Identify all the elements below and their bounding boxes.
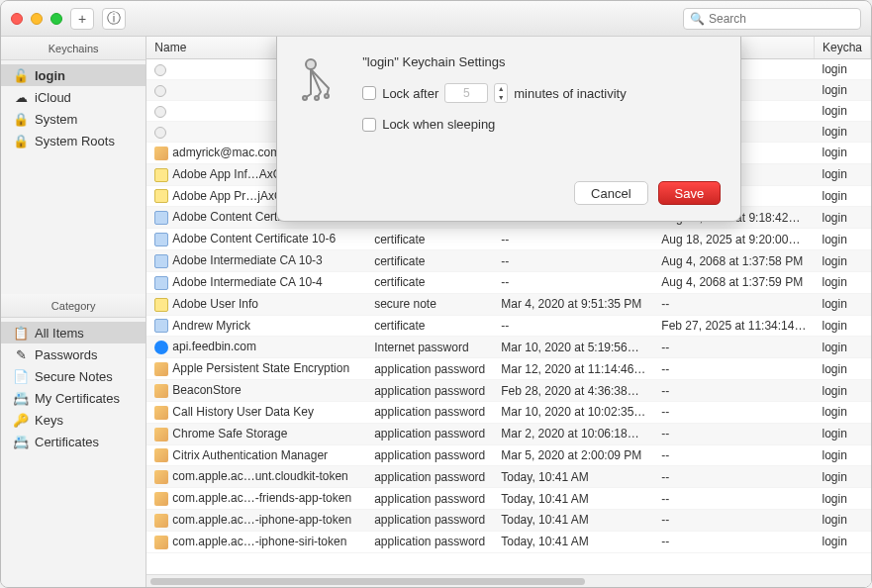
save-button[interactable]: Save	[658, 181, 722, 205]
cell-modified: Today, 10:41 AM	[493, 466, 653, 488]
cell-modified: Today, 10:41 AM	[493, 531, 653, 552]
cell-kind: application password	[366, 488, 493, 510]
sidebar-category-item[interactable]: 📇Certificates	[1, 431, 145, 452]
minutes-of-inactivity-label: minutes of inactivity	[514, 86, 626, 101]
cell-keychain: login	[814, 315, 870, 337]
sidebar-category-item[interactable]: 📄Secure Notes	[1, 365, 145, 387]
row-kind-icon	[154, 106, 166, 118]
lock-after-checkbox[interactable]	[362, 86, 376, 100]
cell-expires: --	[653, 337, 814, 358]
table-row[interactable]: com.apple.ac…-iphone-app-tokenapplicatio…	[146, 510, 870, 532]
cell-keychain: login	[814, 229, 870, 250]
cell-keychain: login	[814, 59, 870, 80]
cancel-button[interactable]: Cancel	[574, 181, 647, 205]
sidebar-keychain-item[interactable]: 🔓login	[1, 64, 145, 86]
row-kind-icon	[154, 64, 166, 76]
table-row[interactable]: Andrew Myrickcertificate--Feb 27, 2025 a…	[146, 315, 870, 337]
lock-icon: 🔒	[13, 111, 29, 127]
key-icon: 🔑	[13, 412, 29, 428]
search-input[interactable]	[709, 12, 854, 26]
svg-point-3	[325, 94, 329, 98]
cell-kind: application password	[366, 401, 493, 423]
table-row[interactable]: api.feedbin.comInternet passwordMar 10, …	[146, 337, 870, 358]
sidebar-item-label: Passwords	[35, 347, 98, 362]
cell-expires: --	[653, 358, 814, 380]
row-kind-icon	[154, 127, 166, 139]
chevron-down-icon[interactable]: ▼	[495, 93, 507, 102]
table-row[interactable]: com.apple.ac…-iphone-siri-tokenapplicati…	[146, 531, 870, 552]
table-row[interactable]: Call History User Data Keyapplication pa…	[146, 401, 870, 423]
cell-kind: application password	[366, 444, 493, 466]
lock-when-sleeping-label: Lock when sleeping	[382, 117, 495, 132]
table-row[interactable]: Chrome Safe Storageapplication passwordM…	[146, 423, 870, 444]
sidebar-item-label: System Roots	[35, 134, 115, 148]
minutes-stepper[interactable]: ▲ ▼	[494, 83, 508, 103]
cell-modified: Mar 12, 2020 at 11:14:46…	[493, 358, 653, 380]
cert-icon: 📇	[13, 390, 29, 406]
cell-name: Andrew Myrick	[172, 319, 250, 333]
add-button[interactable]: +	[70, 8, 94, 30]
table-row[interactable]: Adobe Intermediate CA 10-4certificate--A…	[146, 271, 870, 293]
table-row[interactable]: Adobe Content Certificate 10-6certificat…	[146, 229, 870, 250]
column-keychain[interactable]: Keycha	[814, 37, 870, 59]
row-kind-icon	[154, 211, 168, 225]
horizontal-scrollbar[interactable]	[146, 574, 871, 587]
cell-expires: Aug 4, 2068 at 1:37:59 PM	[653, 271, 814, 293]
sidebar-item-label: System	[35, 112, 77, 127]
minimize-window-button[interactable]	[31, 13, 43, 25]
sidebar-category-item[interactable]: ✎Passwords	[1, 343, 145, 365]
cell-expires: --	[653, 531, 814, 552]
cell-name: com.apple.ac…-friends-app-token	[172, 491, 351, 505]
cell-kind: certificate	[366, 250, 493, 272]
cell-modified: Mar 4, 2020 at 9:51:35 PM	[493, 293, 653, 315]
sidebar-category-item[interactable]: 🔑Keys	[1, 409, 145, 431]
cell-name: Chrome Safe Storage	[172, 427, 287, 441]
cell-kind: secure note	[366, 293, 493, 315]
table-row[interactable]: Adobe User Infosecure noteMar 4, 2020 at…	[146, 293, 870, 315]
info-button[interactable]: ⓘ	[102, 8, 126, 30]
table-row[interactable]: Citrix Authentication Managerapplication…	[146, 444, 870, 466]
cloud-icon: ☁	[13, 89, 29, 105]
cell-modified: Mar 5, 2020 at 2:00:09 PM	[493, 444, 653, 466]
sidebar-category-item[interactable]: 📋All Items	[1, 322, 145, 343]
sidebar-category-item[interactable]: 📇My Certificates	[1, 387, 145, 409]
cell-keychain: login	[814, 80, 870, 101]
cell-keychain: login	[814, 101, 870, 122]
cell-modified: Mar 10, 2020 at 10:02:35…	[493, 401, 653, 423]
cell-name: Adobe User Info	[172, 297, 258, 311]
table-row[interactable]: Adobe Intermediate CA 10-3certificate--A…	[146, 250, 870, 272]
table-row[interactable]: Apple Persistent State Encryptionapplica…	[146, 358, 870, 380]
svg-point-1	[303, 96, 307, 100]
row-kind-icon	[154, 384, 168, 398]
sidebar-keychain-item[interactable]: 🔒System	[1, 108, 145, 130]
cell-keychain: login	[814, 185, 870, 207]
lock-when-sleeping-checkbox[interactable]	[362, 118, 376, 132]
zoom-window-button[interactable]	[50, 13, 62, 25]
table-row[interactable]: com.apple.ac…unt.cloudkit-tokenapplicati…	[146, 466, 870, 488]
cell-modified: Today, 10:41 AM	[493, 488, 653, 510]
row-kind-icon	[154, 168, 168, 182]
cell-keychain: login	[814, 271, 870, 293]
lock-open-icon: 🔓	[13, 67, 29, 83]
cell-kind: application password	[366, 510, 493, 532]
table-row[interactable]: BeaconStoreapplication passwordFeb 28, 2…	[146, 380, 870, 402]
close-window-button[interactable]	[11, 13, 23, 25]
cell-name: api.feedbin.com	[172, 340, 256, 353]
cell-keychain: login	[814, 337, 870, 358]
cell-kind: application password	[366, 531, 493, 552]
cell-name: Adobe Intermediate CA 10-3	[172, 253, 322, 267]
chevron-up-icon[interactable]: ▲	[495, 84, 507, 93]
table-row[interactable]: com.apple.ac…-friends-app-tokenapplicati…	[146, 488, 870, 510]
sidebar-keychain-item[interactable]: 🔒System Roots	[1, 130, 145, 151]
cert-icon: 📇	[13, 434, 29, 449]
cell-kind: application password	[366, 358, 493, 380]
note-icon: 📄	[13, 368, 29, 384]
cell-keychain: login	[814, 466, 870, 488]
pencil-icon: ✎	[13, 346, 29, 362]
lock-after-minutes-field[interactable]	[444, 83, 488, 103]
keychain-access-window: + ⓘ 🔍 Keychains 🔓login☁iCloud🔒System🔒Sys…	[0, 0, 872, 588]
search-field-container[interactable]: 🔍	[683, 8, 861, 30]
cell-keychain: login	[814, 122, 870, 143]
sidebar-item-label: login	[35, 68, 65, 83]
sidebar-keychain-item[interactable]: ☁iCloud	[1, 86, 145, 108]
